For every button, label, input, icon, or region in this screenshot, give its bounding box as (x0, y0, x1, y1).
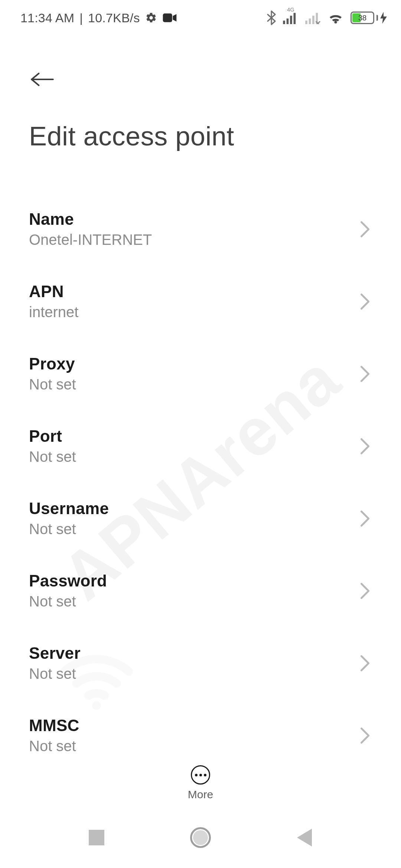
chevron-right-icon (359, 654, 372, 672)
bluetooth-icon (267, 10, 276, 25)
setting-item-server[interactable]: Server Not set (29, 628, 372, 700)
status-right: 4G 38 (267, 10, 387, 25)
battery-percent: 38 (358, 14, 366, 22)
setting-item-password[interactable]: Password Not set (29, 555, 372, 628)
battery-icon: 38 (351, 11, 387, 24)
chevron-right-icon (359, 437, 372, 455)
setting-item-value: Not set (29, 665, 81, 682)
circle-icon (190, 827, 211, 848)
setting-item-title: Name (29, 210, 152, 228)
svg-rect-6 (305, 21, 307, 24)
svg-rect-7 (309, 19, 311, 24)
settings-list-container: Name Onetel-INTERNET APN internet Proxy … (0, 194, 401, 759)
gear-icon (145, 12, 157, 24)
charging-icon (380, 12, 387, 24)
wifi-icon (327, 11, 344, 24)
svg-rect-1 (163, 13, 172, 22)
svg-rect-4 (290, 16, 292, 24)
chevron-right-icon (359, 510, 372, 527)
svg-rect-5 (294, 13, 296, 24)
more-icon (191, 765, 210, 785)
nav-back-button[interactable] (282, 815, 327, 860)
setting-item-value: Not set (29, 376, 76, 393)
svg-rect-8 (312, 16, 314, 24)
app-header: Edit access point (0, 36, 401, 151)
network-type-label: 4G (287, 6, 294, 13)
setting-item-apn[interactable]: APN internet (29, 266, 372, 338)
setting-item-title: MMSC (29, 716, 79, 735)
chevron-right-icon (359, 727, 372, 744)
setting-item-name[interactable]: Name Onetel-INTERNET (29, 194, 372, 266)
setting-item-username[interactable]: Username Not set (29, 483, 372, 555)
setting-item-port[interactable]: Port Not set (29, 411, 372, 483)
status-time: 11:34 AM (20, 11, 74, 25)
chevron-right-icon (359, 365, 372, 383)
status-bar: 11:34 AM | 10.7KB/s 4G 38 (0, 0, 401, 36)
setting-item-title: APN (29, 282, 78, 301)
signal-1-icon: 4G (283, 11, 299, 24)
setting-item-value: internet (29, 304, 78, 320)
signal-2-icon (305, 11, 321, 24)
nav-recents-button[interactable] (74, 815, 119, 860)
chevron-right-icon (359, 220, 372, 238)
setting-item-title: Server (29, 644, 81, 662)
navigation-bar (0, 807, 401, 868)
square-icon (89, 830, 104, 845)
setting-item-value: Not set (29, 738, 79, 754)
back-button[interactable] (30, 69, 56, 90)
setting-item-value: Not set (29, 448, 76, 465)
setting-item-title: Port (29, 427, 76, 445)
nav-home-button[interactable] (178, 815, 223, 860)
chevron-right-icon (359, 582, 372, 600)
more-button[interactable]: More (0, 759, 401, 807)
setting-item-title: Proxy (29, 355, 76, 373)
setting-item-title: Username (29, 499, 109, 518)
setting-item-value: Not set (29, 593, 107, 610)
status-left: 11:34 AM | 10.7KB/s (20, 11, 177, 25)
setting-item-value: Onetel-INTERNET (29, 231, 152, 248)
setting-item-proxy[interactable]: Proxy Not set (29, 338, 372, 411)
arrow-left-icon (30, 71, 54, 88)
more-label: More (188, 788, 213, 801)
setting-item-value: Not set (29, 521, 109, 537)
setting-item-mmsc[interactable]: MMSC Not set (29, 700, 372, 759)
page-title: Edit access point (29, 121, 372, 151)
triangle-left-icon (297, 829, 312, 846)
setting-item-title: Password (29, 572, 107, 590)
status-net-speed: 10.7KB/s (88, 11, 140, 25)
chevron-right-icon (359, 293, 372, 310)
svg-rect-3 (287, 19, 289, 24)
svg-rect-2 (283, 21, 285, 24)
video-icon (162, 13, 177, 23)
